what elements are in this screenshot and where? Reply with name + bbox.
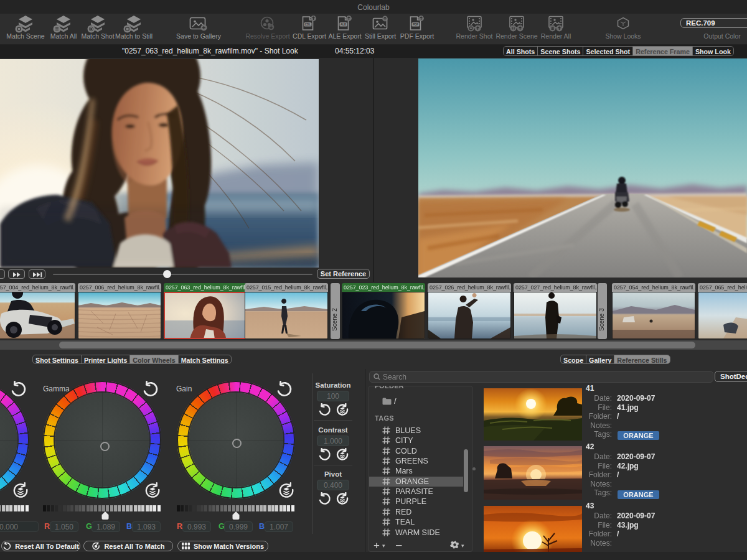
svg-text:PDF: PDF xyxy=(413,23,418,26)
svg-text:CDL: CDL xyxy=(305,23,311,26)
svg-text:ALE: ALE xyxy=(341,23,346,26)
